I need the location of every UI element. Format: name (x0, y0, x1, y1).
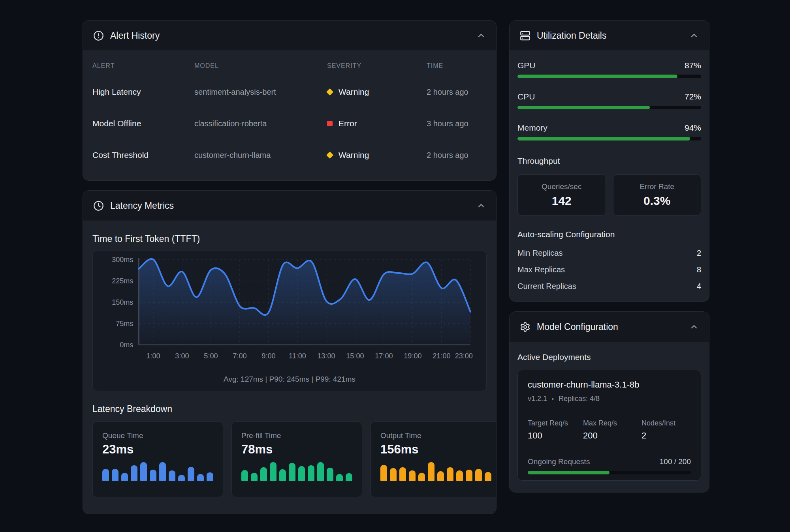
warning-severity-icon (326, 152, 333, 159)
clock-icon (93, 200, 104, 211)
server-icon (520, 30, 530, 41)
svg-text:17:00: 17:00 (375, 352, 393, 360)
breakdown-label: Output Time (380, 431, 491, 440)
bar (298, 466, 305, 481)
bar (485, 472, 491, 481)
alert-circle-icon (93, 30, 104, 41)
deployment-stat: Target Req/s100 (528, 419, 583, 441)
stat-value: 142 (552, 194, 572, 208)
bar (102, 469, 109, 481)
gear-icon (520, 322, 530, 332)
alert-time: 2 hours ago (427, 151, 487, 160)
bar (399, 467, 406, 481)
alert-model: customer-churn-llama (194, 151, 327, 160)
bar (169, 470, 175, 481)
deployment-meta: v1.2.1 • Replicas: 4/8 (528, 395, 691, 403)
bar (270, 462, 276, 481)
ttft-chart-title: Time to First Token (TTFT) (92, 234, 487, 244)
svg-text:1:00: 1:00 (146, 352, 160, 360)
autoscale-label: Current Replicas (517, 282, 576, 291)
collapse-chevron-up-icon[interactable] (476, 31, 486, 40)
column-header: ALERT (92, 62, 194, 69)
card-title: Latency Metrics (110, 200, 470, 211)
severity-label: Warning (339, 150, 369, 160)
bar (308, 465, 314, 481)
svg-text:150ms: 150ms (112, 298, 133, 306)
error-severity-icon (327, 121, 333, 126)
breakdown-card-prefill: Pre-fill Time78ms (231, 421, 362, 497)
column-header: MODEL (194, 62, 327, 69)
stat-box: Error Rate0.3% (613, 174, 702, 215)
latency-metrics-header: Latency Metrics (83, 191, 496, 221)
progress-fill (517, 106, 650, 109)
bar (456, 470, 463, 481)
svg-text:0ms: 0ms (120, 341, 133, 349)
breakdown-card-queue: Queue Time23ms (92, 421, 223, 497)
deployment-stat: Max Req/s200 (583, 419, 641, 441)
deployment-name: customer-churn-llama-3.1-8b (528, 380, 691, 390)
bar (437, 471, 444, 481)
collapse-chevron-up-icon[interactable] (689, 31, 699, 40)
deployment-stat-value: 100 (528, 431, 583, 441)
bar (197, 474, 204, 481)
latency-breakdown-title: Latency Breakdown (92, 404, 487, 414)
deployment-stat: Nodes/Inst2 (641, 419, 691, 441)
alert-name: Cost Threshold (92, 150, 194, 160)
collapse-chevron-up-icon[interactable] (689, 322, 699, 332)
deployment-replicas: Replicas: 4/8 (559, 395, 600, 403)
card-title: Model Configuration (537, 322, 683, 332)
bar (390, 468, 397, 481)
bar (251, 473, 258, 481)
alert-severity: Warning (327, 150, 427, 160)
bar (207, 472, 213, 481)
autoscale-value: 4 (697, 282, 701, 291)
alert-time: 3 hours ago (427, 119, 487, 128)
table-row: Model Offlineclassification-robertaError… (92, 108, 487, 139)
latency-metrics-card: Latency Metrics Time to First Token (TTF… (83, 190, 497, 514)
svg-text:13:00: 13:00 (317, 352, 335, 360)
gauge-label: CPU (517, 92, 535, 101)
bar (112, 469, 118, 481)
breakdown-label: Queue Time (102, 431, 213, 440)
bar (327, 468, 333, 481)
gauge-label: Memory (517, 123, 547, 133)
warning-severity-icon (326, 88, 333, 96)
deployment-stat-label: Target Req/s (528, 419, 583, 427)
svg-text:225ms: 225ms (112, 277, 133, 285)
column-header: TIME (427, 62, 487, 69)
bullet-separator: • (552, 396, 554, 402)
throughput-stats: Queries/sec142Error Rate0.3% (517, 174, 701, 215)
autoscale-row: Current Replicas4 (517, 278, 701, 294)
alert-severity: Warning (327, 87, 427, 97)
gauge-labels: Memory94% (517, 123, 701, 133)
breakdown-value: 78ms (241, 442, 352, 457)
stat-value: 0.3% (643, 194, 670, 208)
deployment-stat-label: Max Req/s (583, 419, 641, 427)
dashboard: Alert History ALERTMODELSEVERITYTIME Hig… (0, 0, 790, 532)
bar (159, 462, 166, 481)
autoscale-value: 2 (697, 249, 701, 258)
bar (279, 469, 286, 481)
svg-text:5:00: 5:00 (204, 352, 218, 360)
gauge-progressbar (517, 137, 701, 140)
ongoing-requests-label: Ongoing Requests (528, 457, 590, 466)
deployment-version: v1.2.1 (528, 395, 547, 403)
alert-severity: Error (327, 119, 427, 128)
gauge-label: GPU (517, 61, 536, 70)
alert-time: 2 hours ago (427, 88, 487, 97)
alert-history-card: Alert History ALERTMODELSEVERITYTIME Hig… (83, 20, 497, 181)
bar (260, 467, 267, 481)
breakdown-card-output: Output Time156ms (371, 421, 497, 497)
gauge-labels: CPU72% (517, 92, 701, 102)
gauge-progressbar (517, 75, 701, 78)
autoscale-title: Auto-scaling Configuration (517, 230, 701, 239)
throughput-title: Throughput (517, 156, 701, 166)
svg-text:11:00: 11:00 (289, 352, 306, 360)
collapse-chevron-up-icon[interactable] (476, 201, 486, 210)
svg-text:19:00: 19:00 (404, 352, 421, 360)
bar (289, 463, 295, 481)
bar (475, 469, 482, 481)
stat-box: Queries/sec142 (517, 174, 606, 215)
stat-label: Queries/sec (542, 182, 581, 191)
gauge-gpu: GPU87% (517, 60, 701, 78)
